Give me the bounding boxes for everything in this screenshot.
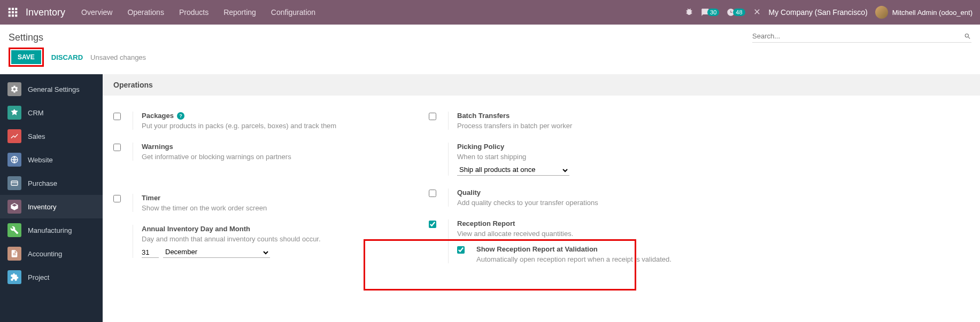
close-icon[interactable] [753,7,761,18]
box-icon [7,200,21,214]
menu-products[interactable]: Products [179,8,209,17]
search-icon[interactable] [964,33,971,40]
discard-button[interactable]: DISCARD [51,53,83,61]
card-icon [7,176,21,190]
setting-reception: Reception Report View and allocate recei… [423,213,739,270]
sidebar-item-crm[interactable]: CRM [0,101,103,124]
save-highlight: SAVE [9,48,44,67]
sidebar-item-label: Project [28,273,49,281]
setting-title: Quality [457,189,481,197]
save-button[interactable]: SAVE [11,50,41,64]
setting-title: Packages [142,112,174,120]
settings-sidebar: General Settings CRM Sales Website Purch… [0,74,103,322]
warnings-checkbox[interactable] [113,144,121,151]
menu-configuration[interactable]: Configuration [271,8,315,17]
timer-checkbox[interactable] [113,195,121,202]
show-reception-checkbox[interactable] [457,246,465,254]
sidebar-item-label: General Settings [28,85,80,93]
sub-header: Settings [0,25,980,48]
setting-title: Annual Inventory Day and Month [142,225,250,233]
globe-icon [7,153,21,167]
setting-desc: Day and month that annual inventory coun… [142,235,418,243]
apps-icon[interactable] [7,7,18,18]
svg-rect-0 [9,8,11,10]
gear-icon [7,82,21,96]
sub-setting-desc: Automatically open reception report when… [476,255,672,263]
bug-icon[interactable] [685,7,693,18]
setting-desc: Show the timer on the work order screen [142,204,418,212]
sidebar-item-inventory[interactable]: Inventory [0,195,103,218]
menu-operations[interactable]: Operations [127,8,164,17]
sidebar-item-accounting[interactable]: Accounting [0,242,103,265]
top-navbar: Inventory Overview Operations Products R… [0,0,980,25]
setting-picking: Picking Policy When to start shipping Sh… [423,136,739,182]
svg-rect-6 [9,14,11,17]
menu-overview[interactable]: Overview [81,8,112,17]
batch-checkbox[interactable] [429,113,436,120]
sidebar-item-sales[interactable]: Sales [0,124,103,148]
sidebar-item-project[interactable]: Project [0,265,103,289]
sidebar-item-website[interactable]: Website [0,148,103,171]
search-box[interactable] [752,32,971,43]
sidebar-item-label: Website [28,156,53,164]
setting-quality: Quality Add quality checks to your trans… [423,182,739,213]
activities-icon[interactable]: 48 [727,8,745,17]
sub-setting-title: Show Reception Report at Validation [476,245,672,253]
action-bar: SAVE DISCARD Unsaved changes [0,48,980,74]
unsaved-label: Unsaved changes [90,53,146,61]
sidebar-item-manufacturing[interactable]: Manufacturing [0,218,103,242]
reception-checkbox[interactable] [429,221,436,228]
svg-rect-1 [12,8,14,10]
svg-rect-3 [9,11,11,13]
setting-warnings: Warnings Get informative or blocking war… [108,136,423,167]
setting-batch: Batch Transfers Process transfers in bat… [423,105,739,136]
svg-rect-11 [11,183,18,183]
sidebar-item-general[interactable]: General Settings [0,77,103,101]
annual-day-input[interactable] [142,247,159,258]
puzzle-icon [7,270,21,284]
setting-timer: Timer Show the timer on the work order s… [108,187,423,218]
svg-rect-7 [12,14,14,17]
app-brand[interactable]: Inventory [26,7,65,18]
avatar [875,6,888,19]
sidebar-item-label: Inventory [28,203,56,211]
top-menu: Overview Operations Products Reporting C… [81,8,315,17]
annual-month-select[interactable]: December [163,247,270,258]
setting-packages: Packages ? Put your products in packs (e… [108,105,423,136]
top-right: 30 48 My Company (San Francisco) Mitchel… [685,6,973,19]
help-icon[interactable]: ? [177,112,184,120]
search-input[interactable] [752,32,964,40]
setting-desc: Add quality checks to your transfer oper… [457,199,734,207]
setting-desc: Process transfers in batch per worker [457,122,734,130]
messages-count: 30 [707,9,719,16]
setting-annual: Annual Inventory Day and Month Day and m… [108,218,423,264]
sub-setting-show-reception: Show Reception Report at Validation Auto… [457,245,734,263]
page-title: Settings [9,32,43,43]
packages-checkbox[interactable] [113,113,121,120]
main-area: General Settings CRM Sales Website Purch… [0,74,980,322]
setting-title: Reception Report [457,219,515,227]
handshake-icon [7,106,21,120]
user-name: Mitchell Admin (odoo_ent) [892,9,973,17]
setting-desc: View and allocate received quantities. [457,230,734,238]
menu-reporting[interactable]: Reporting [223,8,256,17]
company-name[interactable]: My Company (San Francisco) [769,8,868,17]
svg-rect-8 [15,14,17,17]
sidebar-item-label: CRM [28,109,44,117]
messages-icon[interactable]: 30 [701,8,719,17]
svg-rect-4 [12,11,14,13]
settings-content: Operations Packages ? Put your products … [103,74,980,322]
setting-desc: Put your products in packs (e.g. parcels… [142,122,418,130]
wrench-icon [7,223,21,237]
sidebar-item-label: Sales [28,132,45,140]
sidebar-item-label: Accounting [28,250,62,258]
document-icon [7,247,21,261]
sidebar-item-label: Purchase [28,179,57,187]
user-menu[interactable]: Mitchell Admin (odoo_ent) [875,6,973,19]
quality-checkbox[interactable] [429,190,436,197]
setting-title: Timer [142,194,160,202]
settings-grid: Packages ? Put your products in packs (e… [103,96,744,279]
sidebar-item-purchase[interactable]: Purchase [0,171,103,195]
picking-policy-select[interactable]: Ship all products at once [457,165,569,176]
chart-icon [7,129,21,143]
